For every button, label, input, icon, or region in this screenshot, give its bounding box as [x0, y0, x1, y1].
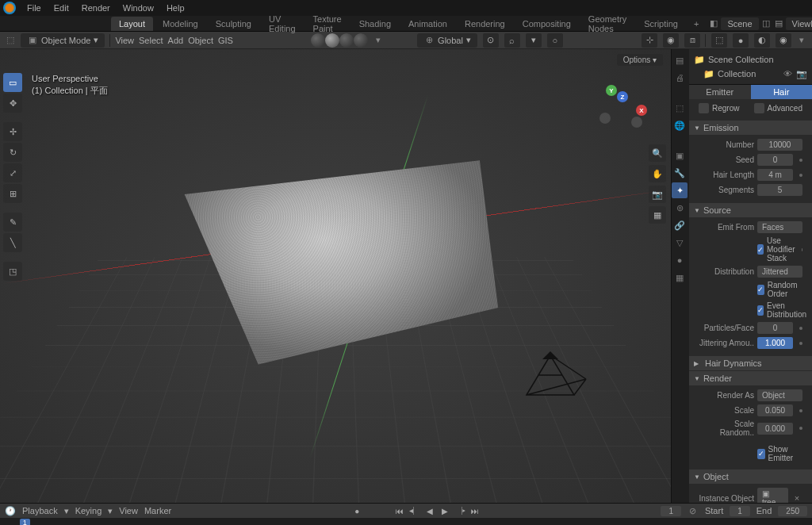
- object-subpanel-header[interactable]: ▼Object: [689, 469, 812, 484]
- editor-type-icon[interactable]: ⬚: [5, 35, 16, 46]
- gizmo-y-axis[interactable]: Y: [606, 85, 617, 96]
- render-mode-icon[interactable]: ◉: [776, 33, 791, 48]
- world-tab-icon[interactable]: 🌐: [672, 117, 688, 133]
- clear-instance-icon[interactable]: ×: [791, 492, 802, 503]
- transform-tool[interactable]: ⊞: [3, 184, 22, 203]
- render-panel-header[interactable]: ▼Render: [689, 371, 812, 385]
- menu-edit[interactable]: Edit: [49, 2, 74, 14]
- zoom-icon[interactable]: 🔍: [649, 144, 666, 162]
- render-tab-icon[interactable]: ▤: [672, 52, 688, 68]
- use-modifier-stack-checkbox[interactable]: ✓: [757, 244, 764, 255]
- cursor-tool[interactable]: ✥: [3, 94, 22, 113]
- scene-tab-icon[interactable]: ⬚: [672, 100, 688, 116]
- random-order-checkbox[interactable]: ✓: [757, 285, 764, 295]
- current-frame-field[interactable]: 1: [661, 506, 681, 516]
- outliner-scene-collection[interactable]: 📁Scene Collection: [692, 52, 809, 67]
- tab-sculpting[interactable]: Sculpting: [208, 17, 259, 31]
- rotate-tool[interactable]: ↻: [3, 143, 22, 162]
- material-tab-icon[interactable]: ●: [672, 252, 688, 268]
- seed-field[interactable]: 0: [757, 154, 793, 166]
- visibility-icon[interactable]: 👁: [782, 68, 793, 79]
- proportional-edit-icon[interactable]: ○: [547, 33, 563, 48]
- tab-uv-editing[interactable]: UV Editing: [261, 12, 304, 36]
- emit-from-dropdown[interactable]: Faces: [757, 221, 802, 233]
- new-scene-icon[interactable]: ◫: [760, 18, 772, 29]
- measure-tool[interactable]: ╲: [3, 233, 22, 252]
- menu-keying[interactable]: Keying: [75, 506, 102, 515]
- move-tool[interactable]: ✢: [3, 122, 22, 141]
- tab-emitter[interactable]: Emitter: [689, 85, 751, 99]
- timeline-scrubber[interactable]: 2030405060708090100110120130140150160170…: [0, 518, 812, 525]
- perspective-toggle-icon[interactable]: ▦: [649, 206, 666, 224]
- solid-mode-icon[interactable]: ●: [733, 33, 749, 48]
- regrow-checkbox[interactable]: [699, 103, 709, 113]
- menu-marker[interactable]: Marker: [144, 506, 171, 515]
- even-distribution-checkbox[interactable]: ✓: [757, 305, 764, 316]
- number-field[interactable]: 10000: [757, 139, 802, 151]
- scale-tool[interactable]: ⤢: [3, 163, 22, 182]
- menu-render[interactable]: Render: [77, 2, 115, 14]
- tab-scripting[interactable]: Scripting: [636, 17, 686, 31]
- advanced-checkbox[interactable]: [754, 103, 764, 113]
- pan-icon[interactable]: ✋: [649, 165, 666, 182]
- gizmo-z-axis[interactable]: Z: [617, 91, 628, 102]
- solid-shading-icon[interactable]: [325, 33, 339, 48]
- menu-window[interactable]: Window: [118, 2, 159, 14]
- output-tab-icon[interactable]: 🖨: [672, 70, 688, 86]
- playhead[interactable]: [25, 519, 26, 525]
- navigation-gizmo[interactable]: X Y Z: [599, 85, 647, 132]
- camera-object[interactable]: [511, 347, 590, 403]
- add-cube-tool[interactable]: ◳: [3, 262, 22, 281]
- material-mode-icon[interactable]: ◐: [754, 33, 770, 48]
- viewlayer-selector[interactable]: ViewLayer: [786, 17, 812, 30]
- tab-animation[interactable]: Animation: [400, 17, 455, 31]
- menu-select[interactable]: Select: [139, 36, 163, 45]
- outliner-collection[interactable]: 📁Collection👁📷: [692, 67, 809, 81]
- tab-layout[interactable]: Layout: [111, 17, 153, 31]
- hair-length-field[interactable]: 4 m: [757, 169, 793, 181]
- distribution-dropdown[interactable]: Jittered: [757, 266, 802, 278]
- shading-dropdown-icon[interactable]: ▾: [373, 35, 384, 46]
- tab-hair[interactable]: Hair: [751, 85, 813, 99]
- texture-tab-icon[interactable]: ▦: [672, 270, 688, 285]
- annotate-tool[interactable]: ✎: [3, 213, 22, 232]
- show-emitter-checkbox[interactable]: ✓: [757, 449, 765, 459]
- tab-compositing[interactable]: Compositing: [515, 17, 579, 31]
- gizmo-x-axis[interactable]: X: [636, 105, 647, 116]
- options-dropdown[interactable]: Options ▾: [617, 54, 663, 66]
- start-frame-field[interactable]: 1: [730, 506, 750, 516]
- prev-keyframe-icon[interactable]: ◂⎸: [408, 504, 422, 517]
- instance-object-field[interactable]: ▣ tree: [757, 488, 788, 503]
- snap-dropdown-icon[interactable]: ▾: [526, 33, 542, 48]
- scale-random-field[interactable]: 0.000: [757, 423, 793, 435]
- particle-tab-icon[interactable]: ✦: [672, 182, 688, 198]
- tab-texture-paint[interactable]: Texture Paint: [305, 12, 350, 36]
- select-box-tool[interactable]: ▭: [3, 73, 22, 92]
- transform-orientation[interactable]: ⊕Global ▾: [417, 33, 477, 48]
- segments-field[interactable]: 5: [757, 184, 802, 196]
- source-panel-header[interactable]: ▼Source: [689, 203, 812, 217]
- emission-panel-header[interactable]: ▼Emission: [689, 121, 812, 135]
- constraint-tab-icon[interactable]: 🔗: [672, 217, 688, 233]
- particles-face-field[interactable]: 0: [757, 322, 793, 334]
- render-scale-field[interactable]: 0.050: [757, 404, 793, 416]
- shading-opts-icon[interactable]: ▾: [796, 35, 807, 46]
- jittering-field[interactable]: 1.000: [757, 337, 793, 349]
- pivot-point-icon[interactable]: ⊙: [483, 33, 499, 48]
- gizmo-neg-axis-2[interactable]: [599, 113, 611, 124]
- menu-gis[interactable]: GIS: [218, 36, 233, 45]
- jump-end-icon[interactable]: ⏭: [468, 504, 482, 517]
- tab-geometry-nodes[interactable]: Geometry Nodes: [580, 12, 634, 36]
- play-reverse-icon[interactable]: ◀: [423, 504, 437, 517]
- tab-shading[interactable]: Shading: [351, 17, 399, 31]
- overlay-toggle-icon[interactable]: ◉: [663, 33, 679, 48]
- menu-add[interactable]: Add: [168, 36, 184, 45]
- rendered-shading-icon[interactable]: [354, 33, 368, 48]
- xray-toggle-icon[interactable]: ⧈: [684, 33, 700, 48]
- object-tab-icon[interactable]: ▣: [672, 148, 688, 163]
- data-tab-icon[interactable]: ▽: [672, 235, 688, 251]
- end-frame-field[interactable]: 250: [778, 506, 807, 516]
- material-shading-icon[interactable]: [339, 33, 354, 48]
- modifier-tab-icon[interactable]: 🔧: [672, 165, 688, 181]
- timeline-editor-icon[interactable]: 🕐: [5, 505, 16, 516]
